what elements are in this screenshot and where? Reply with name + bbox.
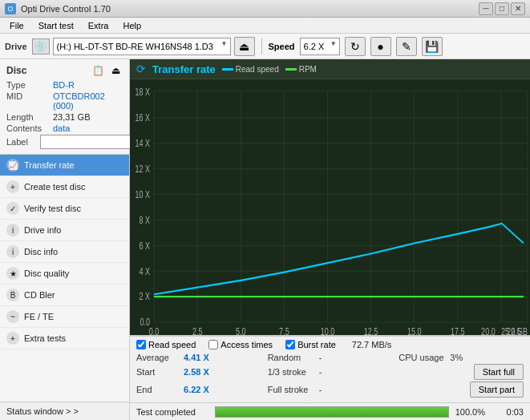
menu-start-test[interactable]: Start test <box>32 19 80 32</box>
access-times-checkbox-label: Access times <box>220 340 273 349</box>
random-key: Random <box>268 353 316 362</box>
access-times-checkbox-item: Access times <box>208 340 273 349</box>
average-row: Average 4.41 X <box>136 353 261 362</box>
average-key: Average <box>136 353 180 362</box>
disc-mid-value: OTCBDR002 (000) <box>53 91 123 111</box>
access-times-checkbox[interactable] <box>208 340 218 349</box>
menu-file[interactable]: File <box>3 19 30 32</box>
nav-disc-info-label: Disc info <box>24 247 58 256</box>
nav-create-test-disc[interactable]: + Create test disc <box>0 176 129 198</box>
burst-rate-checkbox-item: Burst rate <box>285 340 336 349</box>
speed-selector[interactable]: 6.2 X Max 4.0 X 2.0 X <box>300 38 340 55</box>
cd-bler-icon: B <box>6 289 19 301</box>
nav-disc-info[interactable]: i Disc info <box>0 241 129 263</box>
window-controls: ─ □ ✕ <box>479 2 525 15</box>
close-button[interactable]: ✕ <box>511 2 525 15</box>
burst-rate-checkbox[interactable] <box>285 340 295 349</box>
toolbar: Drive 💿 (H:) HL-DT-ST BD-RE WH16NS48 1.D… <box>0 34 530 59</box>
start-full-button[interactable]: Start full <box>474 364 524 380</box>
svg-text:0.0: 0.0 <box>149 325 160 335</box>
end-row: End 6.22 X <box>136 385 261 394</box>
random-row: Random - <box>268 353 393 362</box>
end-key: End <box>136 385 180 394</box>
start-part-button[interactable]: Start part <box>470 382 524 398</box>
disc-label-row: Label ✓ <box>6 135 123 149</box>
chart-title: Transfer rate <box>152 63 216 75</box>
stroke13-value: - <box>319 367 335 377</box>
svg-text:7.5: 7.5 <box>279 325 289 335</box>
nav-fe-te[interactable]: ~ FE / TE <box>0 306 129 328</box>
cpu-usage-row: CPU usage 3% <box>399 353 524 362</box>
disc-contents-value: data <box>53 123 70 133</box>
app-title: Opti Drive Control 1.70 <box>21 4 111 14</box>
nav-extra-tests[interactable]: + Extra tests <box>0 328 129 349</box>
svg-text:15.0: 15.0 <box>407 325 422 335</box>
read-speed-checkbox[interactable] <box>136 340 146 349</box>
sidebar: Disc 📋 ⏏ Type BD-R MID OTCBDR002 (000) L… <box>0 59 130 420</box>
svg-text:10 X: 10 X <box>136 188 151 200</box>
cpu-usage-key: CPU usage <box>399 353 447 362</box>
nav-verify-test-disc[interactable]: ✓ Verify test disc <box>0 198 129 220</box>
stats-row-1: Average 4.41 X Random - CPU usage 3% <box>136 353 524 362</box>
nav-cd-bler-label: CD Bler <box>24 290 55 300</box>
nav-items: 📈 Transfer rate + Create test disc ✓ Ver… <box>0 155 129 402</box>
read-speed-checkbox-label: Read speed <box>148 340 196 349</box>
minimize-button[interactable]: ─ <box>479 2 493 15</box>
disc-label-key: Label <box>6 137 37 147</box>
menu-bar: File Start test Extra Help <box>0 18 530 34</box>
random-value: - <box>319 353 335 362</box>
start-full-wrap: Start full <box>399 364 524 380</box>
extra-tests-icon: + <box>6 332 19 345</box>
nav-transfer-rate[interactable]: 📈 Transfer rate <box>0 155 129 176</box>
svg-text:4 X: 4 X <box>140 265 151 277</box>
stats-area: Read speed Access times Burst rate 72.7 … <box>130 335 530 402</box>
refresh-button[interactable]: ↻ <box>345 37 366 56</box>
disc-type-key: Type <box>6 80 53 90</box>
cpu-usage-value: 3% <box>450 353 466 362</box>
disc-length-value: 23,31 GB <box>53 112 90 122</box>
start-part-wrap: Start part <box>399 382 524 398</box>
status-window-button[interactable]: Status window > > <box>0 402 129 420</box>
disc-type-row: Type BD-R <box>6 80 123 90</box>
menu-help[interactable]: Help <box>116 19 148 32</box>
svg-text:14 X: 14 X <box>136 137 151 148</box>
save-button[interactable]: 💾 <box>422 37 443 56</box>
stroke13-key: 1/3 stroke <box>268 367 316 377</box>
stroke13-row: 1/3 stroke - <box>268 367 393 377</box>
disc-mid-row: MID OTCBDR002 (000) <box>6 91 123 111</box>
full-stroke-row: Full stroke - <box>268 385 393 394</box>
svg-text:18 X: 18 X <box>136 87 151 98</box>
disc-contents-key: Contents <box>6 123 53 133</box>
maximize-button[interactable]: □ <box>495 2 509 15</box>
write-button[interactable]: ✎ <box>396 37 417 56</box>
legend-read-speed-color <box>222 68 233 71</box>
checkboxes-row: Read speed Access times Burst rate 72.7 … <box>136 340 524 349</box>
svg-text:12.5: 12.5 <box>364 325 378 335</box>
progress-time: 0:03 <box>492 407 524 417</box>
disc-type-value: BD-R <box>53 80 75 90</box>
progress-bar-fill <box>216 407 448 417</box>
end-value: 6.22 X <box>184 385 217 394</box>
disc-info-icon2: i <box>6 245 19 258</box>
legend-rpm-color <box>285 68 297 71</box>
menu-extra[interactable]: Extra <box>82 19 115 32</box>
svg-text:5.0: 5.0 <box>236 325 246 335</box>
nav-drive-info[interactable]: i Drive info <box>0 220 129 241</box>
burst-rate-value: 72.7 MB/s <box>352 340 392 349</box>
svg-text:8 X: 8 X <box>140 214 151 225</box>
disc-button[interactable]: ● <box>370 37 391 56</box>
progress-percent: 100.0% <box>455 407 485 417</box>
stats-row-2: Start 2.58 X 1/3 stroke - Start full <box>136 364 524 380</box>
speed-label: Speed <box>269 42 295 51</box>
nav-drive-info-label: Drive info <box>24 225 61 235</box>
title-bar: O Opti Drive Control 1.70 ─ □ ✕ <box>0 0 530 18</box>
separator <box>261 38 262 55</box>
nav-disc-quality[interactable]: ★ Disc quality <box>0 263 129 285</box>
drive-selector[interactable]: (H:) HL-DT-ST BD-RE WH16NS48 1.D3 <box>53 38 231 55</box>
disc-eject-icon[interactable]: ⏏ <box>108 64 123 77</box>
nav-extra-tests-label: Extra tests <box>24 333 66 343</box>
disc-length-row: Length 23,31 GB <box>6 112 123 122</box>
eject-button[interactable]: ⏏ <box>234 37 255 56</box>
nav-cd-bler[interactable]: B CD Bler <box>0 285 129 306</box>
disc-info-icon[interactable]: 📋 <box>91 64 105 77</box>
